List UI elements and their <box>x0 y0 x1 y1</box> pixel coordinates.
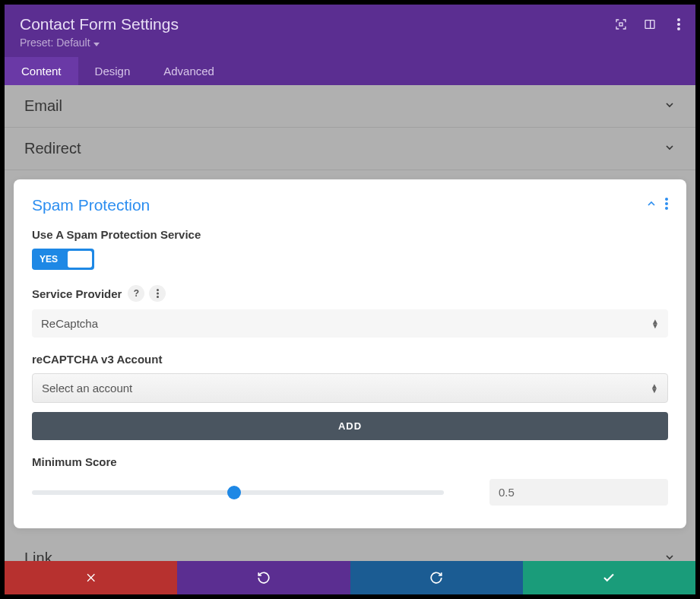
select-arrows-icon: ▲▼ <box>651 384 658 393</box>
section-title-email: Email <box>24 97 62 115</box>
svg-point-7 <box>665 202 668 205</box>
select-arrows-icon: ▲▼ <box>651 319 659 328</box>
tab-advanced[interactable]: Advanced <box>147 57 231 85</box>
field-service-provider: Service Provider ? ReCaptcha ▲▼ <box>32 285 668 338</box>
section-email[interactable]: Email <box>5 85 695 128</box>
cancel-button[interactable] <box>5 561 177 594</box>
modal-body: Email Redirect Spam Protection <box>5 85 695 561</box>
help-icon[interactable]: ? <box>128 285 144 302</box>
field-minimum-score: Minimum Score <box>32 455 668 506</box>
panel-title-spam: Spam Protection <box>32 196 150 214</box>
field-use-spam-service: Use A Spam Protection Service YES <box>32 228 668 270</box>
spam-protection-panel: Spam Protection Use A Spam Protection Se… <box>14 179 686 528</box>
tab-bar: Content Design Advanced <box>5 57 695 85</box>
modal-header: Contact Form Settings Preset: Default <box>5 5 695 57</box>
svg-point-11 <box>157 296 159 298</box>
footer-actions <box>5 561 695 594</box>
panel-more-icon[interactable] <box>665 198 668 213</box>
recaptcha-account-value: Select an account <box>42 382 132 395</box>
tab-design[interactable]: Design <box>78 57 147 85</box>
svg-point-9 <box>157 289 159 291</box>
preset-dropdown[interactable]: Preset: Default <box>20 36 100 49</box>
section-title-link: Link <box>24 550 52 561</box>
modal-title: Contact Form Settings <box>20 15 680 33</box>
svg-point-5 <box>677 27 680 30</box>
section-redirect[interactable]: Redirect <box>5 128 695 170</box>
chevron-up-icon[interactable] <box>645 198 657 213</box>
svg-point-3 <box>677 18 680 21</box>
focus-mode-icon[interactable] <box>615 18 627 30</box>
section-title-redirect: Redirect <box>24 140 81 157</box>
recaptcha-account-select[interactable]: Select an account ▲▼ <box>32 373 668 403</box>
preset-label: Preset: Default <box>20 36 90 49</box>
tab-content[interactable]: Content <box>5 57 78 85</box>
save-button[interactable] <box>523 561 695 594</box>
service-provider-select[interactable]: ReCaptcha ▲▼ <box>32 309 668 338</box>
chevron-down-icon <box>664 551 676 562</box>
svg-rect-0 <box>619 23 622 26</box>
toggle-knob <box>68 251 92 268</box>
minimum-score-slider[interactable] <box>32 490 444 495</box>
toggle-yes-label: YES <box>32 254 65 265</box>
minimum-score-input[interactable] <box>489 479 668 506</box>
more-menu-icon[interactable] <box>673 18 685 30</box>
use-spam-service-label: Use A Spam Protection Service <box>32 228 668 241</box>
section-link[interactable]: Link <box>5 537 695 561</box>
field-recaptcha-account: reCAPTCHA v3 Account Select an account ▲… <box>32 353 668 440</box>
svg-point-4 <box>677 23 680 26</box>
svg-point-8 <box>665 207 668 210</box>
add-account-button[interactable]: ADD <box>32 412 668 440</box>
field-options-icon[interactable] <box>149 285 166 302</box>
slider-thumb[interactable] <box>227 486 241 499</box>
chevron-down-icon <box>664 99 676 114</box>
service-provider-label: Service Provider <box>32 287 122 300</box>
sidebar-toggle-icon[interactable] <box>644 18 656 30</box>
svg-point-10 <box>157 293 159 295</box>
recaptcha-account-label: reCAPTCHA v3 Account <box>32 353 668 366</box>
service-provider-value: ReCaptcha <box>41 317 98 330</box>
undo-button[interactable] <box>177 561 350 594</box>
redo-button[interactable] <box>350 561 523 594</box>
use-spam-service-toggle[interactable]: YES <box>32 249 94 270</box>
caret-down-icon <box>93 36 100 49</box>
chevron-down-icon <box>664 141 676 157</box>
minimum-score-label: Minimum Score <box>32 455 668 468</box>
header-action-group <box>615 18 685 30</box>
svg-point-6 <box>665 198 668 201</box>
